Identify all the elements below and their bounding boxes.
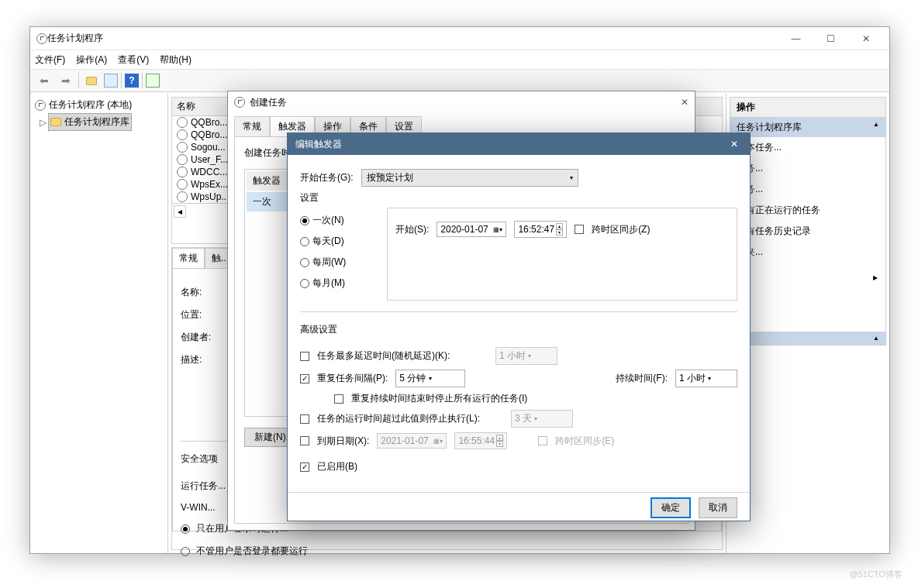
action-item[interactable]: ...务... (730, 158, 885, 179)
menu-view[interactable]: 查看(V) (118, 53, 149, 67)
action-item[interactable]: ...务... (730, 179, 885, 200)
label-description: 描述: (181, 353, 202, 366)
menu-action[interactable]: 操作(A) (76, 53, 107, 67)
action-item[interactable]: ...有任务历史记录 (730, 221, 885, 242)
radio-weekly[interactable] (300, 258, 309, 267)
stop-at-end-checkbox[interactable] (334, 394, 343, 404)
minimize-button[interactable]: — (778, 28, 813, 50)
watermark: @51CTO博客 (850, 569, 902, 580)
repeat-interval-dropdown[interactable]: 5 分钟 ▾ (395, 370, 465, 387)
maximize-button[interactable]: ☐ (813, 28, 848, 50)
clock-icon (177, 191, 188, 202)
start-date-input[interactable]: 2020-01-07 ▦▾ (437, 222, 506, 237)
tab-general[interactable]: 常规 (172, 248, 205, 268)
close-icon[interactable]: ✕ (681, 97, 688, 108)
clock-icon (177, 179, 188, 190)
app-icon (36, 33, 47, 44)
expire-sync-checkbox (538, 436, 547, 445)
actions-divider: ▲ (730, 332, 885, 345)
window-title: 任务计划程序 (47, 32, 778, 45)
label-author: 创建者: (181, 331, 211, 344)
actions-panel: 操作 任务计划程序库 ▲ ...本任务......务......务......有… (726, 94, 889, 553)
dialog-icon (234, 97, 245, 108)
expand-icon[interactable]: ▷ (40, 117, 47, 128)
clock-icon (177, 154, 188, 165)
repeat-checkbox[interactable] (300, 374, 309, 383)
start-label: 开始(S): (395, 223, 429, 236)
delay-dropdown: 1 小时 ▾ (495, 347, 557, 365)
menubar: 文件(F) 操作(A) 查看(V) 帮助(H) (30, 50, 889, 69)
stop-after-dropdown: 3 天 ▾ (511, 410, 573, 428)
expire-date-input: 2021-01-07 ▦▾ (377, 433, 447, 449)
scroll-left-icon[interactable]: ◂ (174, 205, 186, 218)
delay-checkbox[interactable] (300, 352, 309, 361)
create-task-title: 创建任务 (250, 96, 287, 109)
settings-group-label: 设置 (300, 191, 737, 205)
titlebar: 任务计划程序 — ☐ ✕ (30, 27, 889, 50)
stop-after-checkbox[interactable] (300, 414, 309, 424)
expire-checkbox[interactable] (300, 436, 309, 445)
ok-button[interactable]: 确定 (651, 497, 691, 518)
edit-trigger-title: 编辑触发器 (288, 133, 719, 155)
tree-library[interactable]: 任务计划程序库 (48, 113, 132, 131)
clock-icon (177, 167, 188, 177)
toolbar-btn-1[interactable] (82, 71, 101, 90)
close-button[interactable]: ✕ (848, 28, 883, 50)
radio-once[interactable] (300, 216, 309, 225)
clock-icon (177, 129, 188, 140)
action-item[interactable]: ...夹... (730, 242, 885, 263)
collapse-icon-2[interactable]: ▲ (873, 335, 879, 342)
back-button[interactable]: ⬅ (35, 71, 53, 90)
action-item[interactable]: ...本任务... (730, 137, 885, 158)
folder-icon (50, 118, 61, 126)
tab-general[interactable]: 常规 (234, 116, 270, 136)
begin-task-label: 开始任务(G): (300, 171, 354, 184)
begin-task-dropdown[interactable]: 按预定计划▾ (361, 169, 578, 187)
action-item[interactable]: ...有正在运行的任务 (730, 200, 885, 221)
duration-dropdown[interactable]: 1 小时 ▾ (675, 370, 737, 387)
enabled-checkbox[interactable] (300, 462, 309, 472)
edit-trigger-dialog: 编辑触发器 ✕ 开始任务(G): 按预定计划▾ 设置 一次(N) 每天(D) 每… (287, 132, 751, 521)
sync-timezone-checkbox[interactable] (575, 225, 584, 234)
clock-icon (177, 142, 188, 153)
collapse-icon[interactable]: ▲ (873, 121, 879, 134)
start-time-input[interactable]: 16:52:47▴▾ (514, 221, 567, 238)
menu-file[interactable]: 文件(F) (35, 53, 65, 67)
radio-any-user[interactable] (181, 547, 190, 556)
label-location: 位置: (181, 308, 202, 322)
toolbar-btn-3[interactable] (146, 74, 160, 88)
clock-icon (35, 100, 46, 111)
expire-time-input: 16:55:44▴▾ (454, 432, 507, 449)
help-button[interactable]: ? (125, 74, 139, 88)
radio-daily[interactable] (300, 237, 309, 246)
radio-monthly[interactable] (300, 279, 309, 288)
forward-button[interactable]: ➡ (57, 71, 75, 90)
toolbar: ⬅ ➡ ? (30, 69, 889, 92)
cancel-button[interactable]: 取消 (699, 497, 737, 518)
actions-header: 任务计划程序库 ▲ (730, 118, 885, 137)
more-icon[interactable]: ▶ (873, 274, 878, 281)
advanced-settings-label: 高级设置 (300, 323, 737, 336)
tree-root[interactable]: 任务计划程序 (本地) (33, 97, 164, 113)
menu-help[interactable]: 帮助(H) (160, 53, 192, 67)
clock-icon (177, 117, 188, 128)
tree-panel: 任务计划程序 (本地) ▷ 任务计划程序库 (30, 94, 168, 553)
action-item[interactable] (730, 263, 885, 270)
close-button[interactable]: ✕ (719, 133, 750, 155)
label-name: 名称: (181, 286, 202, 299)
radio-logged-on[interactable] (181, 524, 190, 534)
toolbar-btn-2[interactable] (104, 74, 118, 88)
